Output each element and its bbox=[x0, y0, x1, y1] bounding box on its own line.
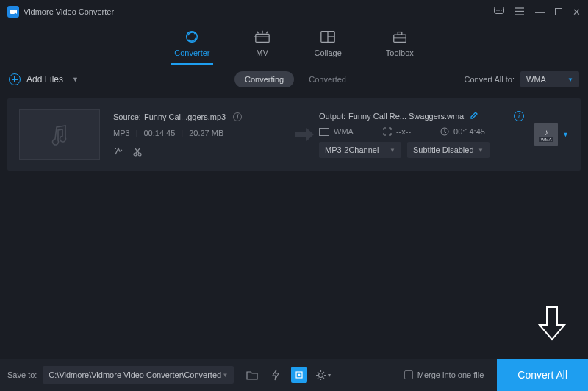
status-tabs: Converting Converted bbox=[234, 71, 354, 87]
annotation-arrow-icon bbox=[537, 306, 567, 341]
convert-all-button-label: Convert All bbox=[517, 369, 567, 381]
save-path-select[interactable]: C:\Vidmore\Vidmore Video Converter\Conve… bbox=[43, 366, 234, 384]
chevron-down-icon: ▼ bbox=[222, 372, 228, 379]
settings-icon[interactable]: ▾ bbox=[315, 367, 331, 383]
clock-icon bbox=[440, 127, 449, 136]
merge-label: Merge into one file bbox=[417, 370, 484, 379]
add-files-label: Add Files bbox=[26, 74, 63, 85]
svg-point-26 bbox=[298, 374, 301, 376]
toolbox-icon bbox=[392, 29, 408, 44]
tab-converting[interactable]: Converting bbox=[234, 71, 294, 87]
audio-codec-select[interactable]: MP3-2Channel▼ bbox=[319, 142, 401, 158]
svg-rect-0 bbox=[10, 10, 15, 14]
music-note-icon: ♪ bbox=[544, 128, 548, 137]
output-format: WMA bbox=[334, 127, 354, 136]
output-filename: Funny Call Re... Swaggers.wma bbox=[348, 112, 464, 121]
svg-point-3 bbox=[498, 10, 500, 11]
maximize-button[interactable] bbox=[555, 7, 562, 18]
chevron-down-icon: ▼ bbox=[567, 76, 573, 83]
open-folder-icon[interactable] bbox=[244, 367, 260, 383]
subtitle-value: Subtitle Disabled bbox=[413, 146, 474, 154]
chevron-down-icon: ▾ bbox=[328, 372, 331, 379]
window-controls: — ✕ bbox=[494, 7, 581, 18]
source-duration: 00:14:45 bbox=[143, 129, 175, 137]
feedback-icon[interactable] bbox=[494, 7, 504, 18]
subtitle-select[interactable]: Subtitle Disabled▼ bbox=[407, 142, 490, 158]
output-resolution: --x-- bbox=[396, 127, 411, 136]
effects-icon[interactable] bbox=[113, 146, 123, 157]
minimize-button[interactable]: — bbox=[535, 7, 545, 18]
tab-converted[interactable]: Converted bbox=[301, 71, 354, 87]
output-prefix: Output: bbox=[319, 112, 345, 121]
output-info: Output: Funny Call Re... Swaggers.wma i … bbox=[319, 111, 524, 158]
bottom-toolbar: ▾ bbox=[244, 367, 331, 383]
tab-mv[interactable]: MV bbox=[254, 29, 270, 65]
convert-all-to-label: Convert All to: bbox=[465, 75, 514, 84]
resolution-icon bbox=[383, 127, 392, 136]
convert-all-format-value: WMA bbox=[526, 75, 546, 84]
svg-rect-16 bbox=[394, 35, 406, 42]
app-title: Vidmore Video Converter bbox=[24, 7, 114, 16]
save-path-value: C:\Vidmore\Vidmore Video Converter\Conve… bbox=[49, 370, 221, 379]
bolt-off-icon[interactable] bbox=[268, 367, 284, 383]
convert-all-button[interactable]: Convert All bbox=[497, 359, 588, 391]
svg-rect-11 bbox=[255, 34, 268, 42]
video-icon bbox=[319, 128, 329, 136]
convert-all-format-select[interactable]: WMA ▼ bbox=[520, 71, 579, 87]
tab-mv-label: MV bbox=[256, 49, 268, 57]
svg-point-27 bbox=[318, 373, 323, 377]
output-duration: 00:14:45 bbox=[453, 127, 485, 136]
sub-bar: Add Files ▼ Converting Converted Convert… bbox=[0, 65, 588, 94]
menu-icon[interactable] bbox=[514, 7, 525, 18]
file-item: Source: Funny Cal...ggers.mp3 i MP3 | 00… bbox=[7, 98, 581, 171]
source-format: MP3 bbox=[113, 129, 130, 137]
source-info: Source: Funny Cal...ggers.mp3 i MP3 | 00… bbox=[113, 112, 290, 157]
plus-icon bbox=[9, 73, 21, 85]
chevron-down-icon: ▼ bbox=[390, 147, 395, 154]
svg-point-19 bbox=[134, 153, 137, 156]
svg-point-20 bbox=[138, 153, 141, 156]
audio-codec-value: MP3-2Channel bbox=[325, 146, 379, 154]
arrow-icon bbox=[290, 126, 319, 143]
svg-point-2 bbox=[496, 10, 498, 11]
edit-icon[interactable] bbox=[470, 111, 478, 121]
svg-point-4 bbox=[501, 10, 502, 11]
convert-all-to: Convert All to: WMA ▼ bbox=[465, 71, 579, 87]
tab-converter-label: Converter bbox=[174, 49, 209, 57]
converter-icon bbox=[184, 29, 200, 44]
tab-collage-label: Collage bbox=[315, 49, 342, 57]
output-format-picker[interactable]: ♪ WMA ▼ bbox=[534, 123, 569, 146]
input-thumbnail[interactable] bbox=[19, 109, 100, 160]
source-filename: Funny Cal...ggers.mp3 bbox=[144, 112, 226, 121]
save-to-label: Save to: bbox=[7, 370, 37, 379]
source-size: 20.27 MB bbox=[189, 129, 223, 137]
add-files-button[interactable]: Add Files ▼ bbox=[9, 73, 79, 85]
chevron-down-icon: ▼ bbox=[562, 131, 569, 138]
music-note-icon bbox=[48, 123, 71, 146]
merge-option[interactable]: Merge into one file bbox=[404, 370, 492, 379]
gpu-on-icon[interactable] bbox=[291, 367, 307, 383]
bottom-bar: Save to: C:\Vidmore\Vidmore Video Conver… bbox=[0, 359, 588, 391]
close-button[interactable]: ✕ bbox=[573, 7, 581, 18]
tab-toolbox-label: Toolbox bbox=[386, 49, 414, 57]
output-thumb-format: WMA bbox=[539, 137, 553, 142]
tab-toolbox[interactable]: Toolbox bbox=[386, 29, 414, 65]
chevron-down-icon: ▼ bbox=[72, 76, 79, 83]
title-bar: Vidmore Video Converter — ✕ bbox=[0, 0, 588, 24]
svg-rect-17 bbox=[398, 32, 402, 35]
cut-icon[interactable] bbox=[132, 146, 143, 157]
tab-converter[interactable]: Converter bbox=[174, 29, 209, 65]
info-icon[interactable]: i bbox=[233, 112, 242, 121]
source-prefix: Source: bbox=[113, 112, 141, 121]
app-logo-icon bbox=[7, 6, 19, 18]
svg-rect-23 bbox=[320, 128, 329, 135]
collage-icon bbox=[320, 29, 336, 44]
mv-icon bbox=[254, 29, 270, 44]
chevron-down-icon: ▼ bbox=[478, 147, 484, 154]
output-thumb: ♪ WMA bbox=[534, 123, 558, 146]
info-icon[interactable]: i bbox=[514, 111, 524, 121]
merge-checkbox[interactable] bbox=[404, 370, 413, 379]
main-tabs: Converter MV Collage Toolbox bbox=[0, 24, 588, 65]
tab-collage[interactable]: Collage bbox=[315, 29, 342, 65]
